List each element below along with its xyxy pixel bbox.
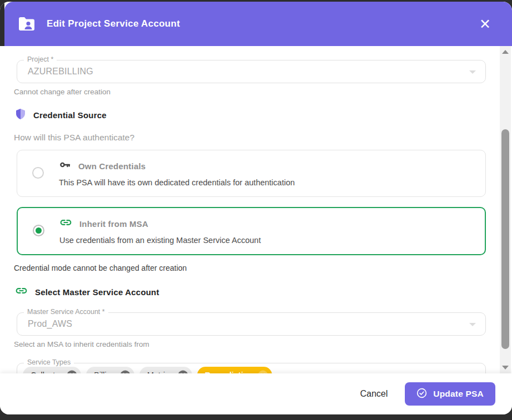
- radio-inherit-from-msa[interactable]: [33, 225, 44, 236]
- msa-select[interactable]: Master Service Account * Prod_AWS: [17, 312, 486, 336]
- close-icon[interactable]: ✕: [475, 15, 495, 33]
- dialog-footer: Cancel Update PSA: [0, 373, 512, 414]
- project-value: AZUREBILLING: [28, 67, 93, 77]
- link-icon: [59, 216, 72, 231]
- credential-source-title: Credential Source: [33, 110, 107, 120]
- chevron-down-icon: [469, 323, 476, 326]
- msa-value: Prod_AWS: [28, 319, 72, 329]
- dialog-title: Edit Project Service Account: [47, 18, 180, 29]
- check-circle-icon: [416, 388, 427, 401]
- service-type-chips: Collector Billing Metrics: [23, 367, 272, 373]
- option-description: This PSA will have its own dedicated cre…: [59, 178, 295, 187]
- shield-icon: [15, 108, 26, 122]
- edit-psa-dialog: Cannot change after creation Edit Projec…: [0, 2, 512, 414]
- option-inherit-from-msa[interactable]: Inherit from MSA Use credentials from an…: [17, 207, 486, 255]
- service-types-label: Service Types: [24, 358, 74, 366]
- service-types-select[interactable]: Service Types Collector Billing Metrics: [17, 363, 486, 373]
- cancel-button[interactable]: Cancel: [358, 384, 390, 403]
- select-msa-title: Select Master Service Account: [35, 287, 159, 297]
- option-own-credentials[interactable]: Own Credentials This PSA will have its o…: [17, 150, 486, 197]
- project-select[interactable]: Project * AZUREBILLING: [17, 60, 486, 83]
- dialog-header: Edit Project Service Account ✕: [4, 2, 512, 46]
- option-title: Own Credentials: [78, 161, 145, 171]
- chevron-down-icon: [469, 70, 476, 74]
- key-icon: [59, 159, 71, 173]
- dialog-body: Project * AZUREBILLING Cannot change aft…: [0, 46, 512, 373]
- chip-metrics[interactable]: Metrics: [139, 367, 192, 373]
- update-psa-label: Update PSA: [433, 389, 484, 399]
- credential-source-heading: Credential Source: [15, 108, 486, 122]
- select-msa-heading: Select Master Service Account: [15, 285, 486, 299]
- backdrop-corner: [0, 2, 4, 46]
- option-description: Use credentials from an existing Master …: [59, 236, 261, 245]
- project-label: Project *: [24, 55, 57, 63]
- badge-account-icon: [18, 16, 36, 32]
- msa-label: Master Service Account *: [24, 308, 108, 316]
- chip-remediation[interactable]: Remediation: [197, 367, 272, 373]
- credential-mode-note: Credential mode cannot be changed after …: [14, 264, 486, 272]
- scroll-up-icon[interactable]: [502, 50, 509, 54]
- radio-own-credentials[interactable]: [32, 167, 44, 179]
- chip-billing[interactable]: Billing: [86, 367, 134, 373]
- authenticate-question: How will this PSA authenticate?: [14, 133, 486, 143]
- option-title: Inherit from MSA: [79, 219, 148, 229]
- project-helper: Cannot change after creation: [14, 88, 486, 96]
- scrollbar-thumb[interactable]: [501, 129, 509, 349]
- scroll-down-icon[interactable]: [502, 366, 509, 370]
- link-icon: [15, 285, 28, 299]
- scrollbar[interactable]: [500, 46, 511, 373]
- chip-collector[interactable]: Collector: [23, 367, 81, 373]
- msa-helper: Select an MSA to inherit credentials fro…: [14, 340, 486, 348]
- update-psa-button[interactable]: Update PSA: [405, 382, 495, 406]
